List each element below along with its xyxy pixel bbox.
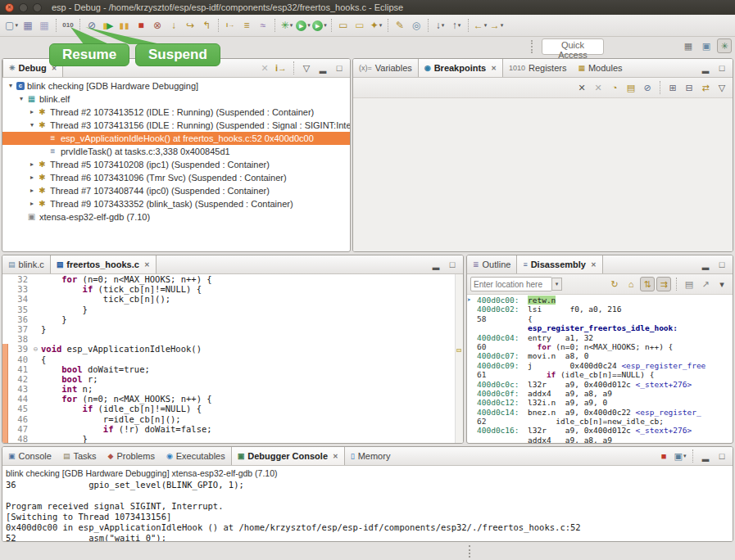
- external-tools-icon[interactable]: ▾: [311, 17, 328, 34]
- next-annotation-icon[interactable]: ↓▾: [432, 17, 448, 34]
- disconnect-icon[interactable]: ⊗: [149, 17, 166, 34]
- link-with-debug-view-icon[interactable]: ⇄: [698, 80, 713, 95]
- debug-tree-item[interactable]: ▸✱Thread #7 1073408744 (ipc0) (Suspended…: [2, 184, 350, 197]
- tab-breakpoints[interactable]: ◉Breakpoints✕: [418, 59, 503, 77]
- previous-annotation-icon[interactable]: ↑▾: [448, 17, 465, 34]
- open-element-icon[interactable]: ▭: [335, 17, 352, 34]
- open-resource-icon[interactable]: ▭: [352, 17, 368, 34]
- debug-tree-item[interactable]: ▸✱Thread #2 1073413512 (IDLE : Running) …: [2, 106, 350, 119]
- debug-tree[interactable]: ▾cblink checking [GDB Hardware Debugging…: [2, 78, 350, 252]
- sync-with-context-icon[interactable]: ⇅: [640, 277, 655, 291]
- save-all-icon[interactable]: ▦: [36, 17, 52, 34]
- close-tab-icon[interactable]: ✕: [144, 261, 150, 269]
- remove-selected-breakpoints-icon[interactable]: ✕: [574, 80, 589, 95]
- terminate-icon[interactable]: [133, 17, 149, 34]
- run-icon[interactable]: ▾: [295, 17, 311, 34]
- location-input[interactable]: [470, 277, 552, 291]
- debug-tree-item[interactable]: ▾▦blink.elf: [2, 93, 350, 106]
- debug-tree-item[interactable]: ≡esp_vApplicationIdleHook() at freertos_…: [2, 132, 350, 145]
- tab-console[interactable]: ▣Console: [2, 447, 57, 465]
- suspend-icon[interactable]: [116, 17, 133, 34]
- collapse-arrow-icon[interactable]: ▾: [16, 93, 26, 106]
- window-minimize-button[interactable]: [19, 3, 28, 12]
- tab-memory[interactable]: ▯Memory: [345, 447, 397, 465]
- search-icon[interactable]: ✦▾: [368, 17, 384, 34]
- collapse-all-icon[interactable]: ⊟: [682, 80, 696, 95]
- disassembly-content[interactable]: ➤400d0c00:retw.n400d0c02:lsi f0, a0, 216…: [467, 295, 733, 444]
- view-menu-icon[interactable]: ▽: [715, 80, 729, 95]
- sash-drag-handle[interactable]: [469, 545, 470, 558]
- tab-variables[interactable]: (x)=Variables: [353, 59, 418, 77]
- fold-minus-icon[interactable]: ⊖: [30, 344, 41, 354]
- location-dropdown-icon[interactable]: ▾: [552, 278, 562, 291]
- close-tab-icon[interactable]: ✕: [491, 65, 497, 72]
- tab-tasks[interactable]: ▤Tasks: [57, 447, 102, 465]
- step-over-icon[interactable]: ↪: [182, 17, 198, 34]
- console-content[interactable]: blink checking [GDB Hardware Debugging] …: [2, 466, 733, 542]
- collapse-arrow-icon[interactable]: ▾: [6, 79, 16, 93]
- close-tab-icon[interactable]: ✕: [591, 261, 597, 269]
- forward-icon[interactable]: →▾: [488, 17, 505, 34]
- debug-perspective-icon[interactable]: ✳: [717, 38, 732, 53]
- expand-arrow-icon[interactable]: ▸: [27, 184, 37, 197]
- step-return-icon[interactable]: ↰: [198, 17, 215, 34]
- tab-freertos-hooks-c[interactable]: ▤freertos_hooks.c✕: [50, 255, 157, 273]
- debug-tree-item[interactable]: ▸✱Thread #9 1073433352 (blink_task) (Sus…: [2, 197, 350, 210]
- tab-outline[interactable]: ≣Outline: [467, 255, 516, 273]
- pin-view-icon[interactable]: ↗: [698, 277, 713, 291]
- tab-problems[interactable]: ◆Problems: [102, 447, 161, 465]
- back-icon[interactable]: ←▾: [472, 17, 488, 34]
- save-icon[interactable]: ▦: [20, 17, 36, 34]
- instruction-stepping-mode-icon[interactable]: i→: [274, 61, 288, 75]
- view-menu-icon[interactable]: ▾: [715, 277, 729, 291]
- terminate-console-icon[interactable]: ■: [656, 449, 671, 463]
- tab-modules[interactable]: ▦Modules: [572, 59, 628, 77]
- close-tab-icon[interactable]: ✕: [333, 453, 338, 460]
- remove-all-breakpoints-icon[interactable]: ✕: [591, 80, 606, 95]
- expand-arrow-icon[interactable]: ▸: [27, 171, 37, 184]
- show-breakpoints-for-selected-icon[interactable]: ◔: [607, 80, 622, 95]
- use-step-filters-icon[interactable]: ≈: [255, 17, 271, 34]
- go-to-file-for-breakpoint-icon[interactable]: ▤: [624, 80, 638, 95]
- minimize-view-icon[interactable]: ▂: [698, 61, 713, 75]
- window-maximize-button[interactable]: [33, 3, 42, 12]
- instruction-stepping-mode-icon[interactable]: i→: [222, 17, 238, 34]
- tab-registers[interactable]: 1010Registers: [503, 59, 573, 77]
- breakpoints-content[interactable]: [353, 98, 733, 252]
- code-editor[interactable]: 32 for (n=0; n<MAX_HOOKS; n++) {33 if (t…: [2, 274, 463, 444]
- last-edit-location-icon[interactable]: ◎: [408, 17, 424, 34]
- minimize-view-icon[interactable]: ▂: [698, 257, 713, 272]
- debug-tree-item[interactable]: ▾✱Thread #3 1073413156 (IDLE : Running) …: [2, 119, 350, 132]
- tab-blink-c[interactable]: ▤blink.c: [2, 255, 50, 273]
- view-menu-icon[interactable]: ▽: [299, 61, 314, 75]
- open-perspective-icon[interactable]: ▦: [681, 38, 696, 53]
- debug-tree-item[interactable]: ▾cblink checking [GDB Hardware Debugging…: [2, 79, 350, 93]
- window-close-button[interactable]: ✕: [5, 3, 14, 12]
- overview-ruler[interactable]: [455, 274, 463, 444]
- debug-tree-item[interactable]: ▣xtensa-esp32-elf-gdb (7.10): [2, 210, 350, 224]
- maximize-view-icon[interactable]: □: [445, 257, 460, 272]
- quick-access-button[interactable]: Quick Access: [542, 38, 604, 55]
- expand-arrow-icon[interactable]: ▸: [27, 106, 37, 119]
- collapse-arrow-icon[interactable]: ▾: [27, 119, 37, 132]
- minimize-view-icon[interactable]: ▂: [429, 257, 443, 272]
- step-into-icon[interactable]: ↓: [166, 17, 182, 34]
- open-new-view-icon[interactable]: ▤: [682, 277, 696, 291]
- expand-all-icon[interactable]: ⊞: [665, 80, 680, 95]
- refresh-view-icon[interactable]: ↻: [607, 277, 622, 291]
- remove-all-terminated-icon[interactable]: ✕: [257, 61, 272, 75]
- maximize-view-icon[interactable]: □: [715, 257, 729, 272]
- go-home-icon[interactable]: ⌂: [624, 277, 638, 291]
- c-cpp-perspective-icon[interactable]: ▣: [699, 38, 714, 53]
- display-selected-console-icon[interactable]: ▣▾: [673, 449, 687, 463]
- expand-arrow-icon[interactable]: ▸: [27, 197, 37, 210]
- minimize-view-icon[interactable]: ▂: [315, 61, 330, 75]
- track-expression-icon[interactable]: ⇉: [656, 277, 671, 291]
- maximize-view-icon[interactable]: □: [332, 61, 347, 75]
- maximize-view-icon[interactable]: □: [715, 61, 729, 75]
- debug-tree-item[interactable]: ≡prvIdleTask() at tasks.c:3,338 0x400845…: [2, 145, 350, 158]
- tab-debugger-console[interactable]: ▣Debugger Console✕: [231, 447, 345, 465]
- toggle-mark-occurrences-icon[interactable]: ✎: [392, 17, 408, 34]
- expand-arrow-icon[interactable]: ▸: [27, 158, 37, 171]
- debug-tree-item[interactable]: ▸✱Thread #6 1073431096 (Tmr Svc) (Suspen…: [2, 171, 350, 184]
